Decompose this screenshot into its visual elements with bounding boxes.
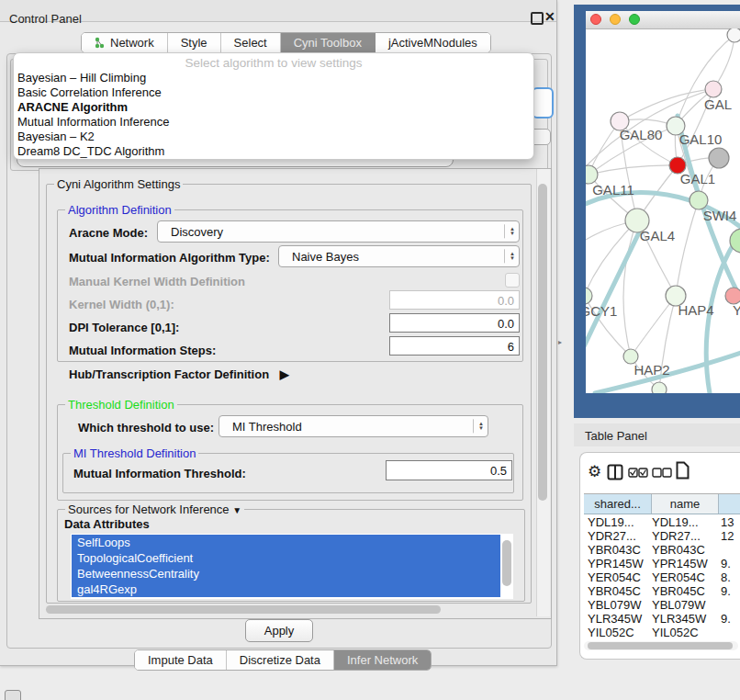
table-panel-title: Table Panel	[585, 429, 647, 443]
which-threshold-combo[interactable]: MI Threshold ▲▼	[219, 415, 488, 437]
tab-jactivemnodules[interactable]: jActiveMNodules	[376, 33, 490, 52]
tab-label: Impute Data	[148, 653, 213, 667]
zoom-traffic-light-icon[interactable]	[629, 14, 640, 25]
close-icon[interactable]: ✕	[544, 9, 555, 24]
mi-steps-field[interactable]: 6	[389, 336, 520, 356]
table-cell: YDR27...	[652, 529, 721, 543]
algorithm-option-basic-correlation-inference[interactable]: Basic Correlation Inference	[14, 85, 533, 100]
column-header-name[interactable]: name	[652, 494, 719, 514]
table-row[interactable]: YBR043CYBR043C	[584, 543, 740, 557]
settings-vscroll-thumb[interactable]	[538, 184, 547, 501]
tab-discretize-data[interactable]: Discretize Data	[227, 650, 334, 670]
unchecked-boxes-icon[interactable]	[652, 468, 672, 478]
split-pane-icon[interactable]	[607, 464, 623, 480]
bottom-tabbar: Impute DataDiscretize DataInfer Network	[134, 649, 432, 671]
table-hscroll-thumb[interactable]	[588, 642, 733, 649]
tab-select[interactable]: Select	[221, 33, 281, 52]
hub-definition-label[interactable]: Hub/Transcription Factor Definition ▶	[69, 367, 289, 381]
attribute-list-item[interactable]: TopologicalCoefficient	[72, 550, 500, 566]
table-cell: 12	[721, 529, 740, 543]
settings-hscroll-thumb[interactable]	[46, 605, 441, 614]
table-row[interactable]: YLR345WYLR345W9.	[584, 612, 740, 626]
table-row[interactable]: YPR145WYPR145W9.	[584, 557, 740, 570]
network-icon	[95, 37, 106, 49]
gear-icon[interactable]: ⚙	[588, 462, 601, 481]
hub-definition-text: Hub/Transcription Factor Definition	[69, 367, 269, 381]
network-edge[interactable]	[589, 165, 678, 175]
column-header-partial[interactable]	[719, 494, 740, 514]
table-cell: 9.	[721, 584, 740, 598]
attr-list-scrollbar[interactable]	[502, 540, 511, 586]
tab-style[interactable]: Style	[168, 33, 221, 52]
checked-boxes-icon[interactable]	[628, 468, 648, 478]
sources-title[interactable]: Sources for Network Inference ▼	[65, 502, 244, 516]
algorithm-option-dream8-dc-tdc-algorithm[interactable]: Dream8 DC_TDC Algorithm	[14, 144, 533, 159]
mi-type-combo[interactable]: Naive Bayes ▲▼	[278, 245, 520, 267]
table-row[interactable]: YDL19...YDL19...13	[584, 515, 740, 529]
node-label: GAL1	[680, 171, 715, 186]
which-threshold-label: Which threshold to use:	[78, 421, 214, 435]
table-row[interactable]: YER054CYER054C8.	[584, 570, 740, 584]
table-row[interactable]: YBR045CYBR045C9.	[584, 584, 740, 598]
tab-label: jActiveMNodules	[388, 36, 477, 50]
table-cell: YLR345W	[652, 612, 721, 626]
network-node[interactable]	[652, 382, 667, 393]
network-edge[interactable]	[676, 35, 734, 126]
focused-combo-button[interactable]	[532, 87, 554, 119]
algorithm-option-bayesian-hill-climbing[interactable]: Bayesian – Hill Climbing	[14, 71, 533, 85]
algorithm-option-mutual-information-inference[interactable]: Mutual Information Inference	[14, 115, 533, 130]
table-cell: YBR045C	[652, 584, 721, 598]
table-cell: YBR045C	[584, 584, 652, 598]
table-cell: YDR27...	[584, 529, 652, 543]
network-node[interactable]	[586, 288, 592, 304]
tab-impute-data[interactable]: Impute Data	[135, 650, 227, 670]
mi-threshold-title: MI Threshold Definition	[71, 446, 198, 460]
apply-button[interactable]: Apply	[245, 619, 313, 642]
table-cell	[721, 598, 740, 612]
table-row[interactable]: YBL079WYBL079W	[584, 598, 740, 612]
document-icon[interactable]	[676, 461, 690, 480]
tab-cyni-toolbox[interactable]: Cyni Toolbox	[281, 33, 376, 52]
algorithm-popup-hint: Select algorithm to view settings	[14, 53, 533, 71]
minimize-traffic-light-icon[interactable]	[610, 14, 621, 25]
minimized-panel-icon[interactable]	[5, 690, 21, 700]
kernel-width-field[interactable]: 0.0	[389, 290, 520, 310]
close-traffic-light-icon[interactable]	[590, 14, 601, 25]
network-node[interactable]	[690, 191, 708, 209]
node-label: Y	[733, 302, 740, 318]
float-window-icon[interactable]	[531, 12, 544, 25]
aracne-mode-combo[interactable]: Discovery ▲▼	[157, 220, 520, 243]
network-node[interactable]	[586, 165, 598, 184]
mi-threshold-label: Mutual Information Threshold:	[73, 467, 246, 480]
expand-arrow-icon[interactable]: ▶	[280, 367, 289, 381]
algorithm-option-bayesian-k2[interactable]: Bayesian – K2	[14, 130, 533, 144]
network-canvas[interactable]: GALGAL80GAL10GAL1GAL11SWI4GAL4GCY1HAP4YH…	[586, 28, 740, 393]
network-edge[interactable]	[676, 200, 699, 296]
network-node[interactable]	[727, 28, 740, 42]
mi-threshold-field[interactable]: 0.5	[386, 460, 512, 480]
attribute-list-item[interactable]: gal4RGexp	[72, 581, 500, 597]
algorithm-option-aracne-algorithm[interactable]: ARACNE Algorithm	[14, 100, 533, 115]
tab-infer-network[interactable]: Infer Network	[334, 650, 431, 670]
tab-network[interactable]: Network	[82, 33, 168, 52]
attribute-list-item[interactable]: BetweennessCentrality	[72, 566, 500, 581]
table-header-row: shared... name	[584, 493, 740, 514]
table-cell	[721, 543, 740, 557]
attribute-list-item[interactable]: SelfLoops	[72, 535, 500, 550]
table-row[interactable]: YIL052CYIL052C	[584, 626, 740, 639]
data-attributes-items: SelfLoopsTopologicalCoefficientBetweenne…	[72, 535, 500, 597]
control-panel-titlebar	[0, 0, 556, 22]
network-node[interactable]	[705, 81, 722, 97]
network-node[interactable]	[709, 148, 729, 168]
node-label: GAL11	[592, 182, 634, 198]
column-header-shared[interactable]: shared...	[584, 494, 652, 514]
table-row[interactable]: YDR27...YDR27...12	[584, 529, 740, 543]
dpi-tolerance-field[interactable]: 0.0	[389, 313, 520, 333]
splitter-arrow-icon[interactable]: ▸	[558, 338, 562, 346]
collapse-arrow-icon[interactable]: ▼	[232, 505, 241, 515]
aracne-mode-label: Aracne Mode:	[69, 226, 148, 240]
mi-steps-label: Mutual Information Steps:	[69, 344, 216, 357]
manual-kernel-checkbox[interactable]	[505, 273, 520, 288]
table-cell: YIL052C	[584, 626, 652, 639]
table-cell: YER054C	[652, 570, 721, 584]
